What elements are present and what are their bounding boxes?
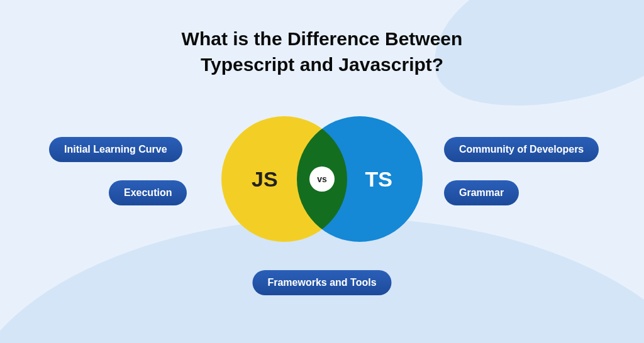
pill-frameworks-tools: Frameworks and Tools (252, 270, 391, 295)
venn-diagram: JS TS vs (221, 110, 423, 248)
pill-community-developers: Community of Developers (444, 137, 599, 162)
pill-execution: Execution (109, 180, 187, 205)
pill-initial-learning-curve: Initial Learning Curve (49, 137, 182, 162)
ts-label: TS (365, 167, 392, 192)
vs-label: vs (317, 174, 327, 184)
title-line-1: What is the Difference Between (182, 28, 463, 49)
title-line-2: Typescript and Javascript? (201, 54, 443, 75)
js-label: JS (252, 167, 278, 192)
pill-grammar: Grammar (444, 180, 519, 205)
vs-badge: vs (309, 166, 335, 192)
diagram-title: What is the Difference Between Typescrip… (0, 0, 644, 77)
